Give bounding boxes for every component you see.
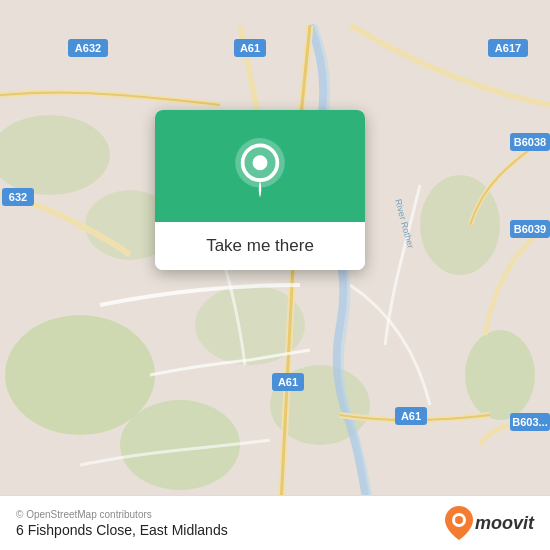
svg-text:A61: A61: [401, 410, 421, 422]
svg-text:B6039: B6039: [514, 223, 546, 235]
popup-card-bottom[interactable]: Take me there: [155, 222, 365, 270]
svg-text:A617: A617: [495, 42, 521, 54]
map-container: A632 A61 A617 B6038 B6039 632 A61 A61 B6…: [0, 0, 550, 550]
location-pin-icon: [234, 138, 286, 200]
svg-text:B6038: B6038: [514, 136, 546, 148]
popup-card: Take me there: [155, 110, 365, 270]
svg-point-5: [465, 330, 535, 420]
svg-rect-0: [0, 25, 550, 525]
moovit-logo: moovit: [445, 506, 534, 540]
svg-text:A61: A61: [278, 376, 298, 388]
take-me-there-button[interactable]: Take me there: [206, 236, 314, 256]
svg-text:B603...: B603...: [512, 416, 547, 428]
attribution-text: © OpenStreetMap contributors: [16, 509, 228, 520]
map-background: A632 A61 A617 B6038 B6039 632 A61 A61 B6…: [0, 0, 550, 550]
svg-point-31: [253, 155, 268, 170]
svg-point-33: [455, 516, 463, 524]
svg-text:A632: A632: [75, 42, 101, 54]
bottom-left: © OpenStreetMap contributors 6 Fishponds…: [16, 509, 228, 538]
address-text: 6 Fishponds Close, East Midlands: [16, 522, 228, 538]
svg-text:A61: A61: [240, 42, 260, 54]
popup-card-top: [155, 110, 365, 222]
svg-text:632: 632: [9, 191, 27, 203]
svg-point-1: [5, 315, 155, 435]
bottom-bar: © OpenStreetMap contributors 6 Fishponds…: [0, 495, 550, 550]
moovit-pin-icon: [445, 506, 473, 540]
moovit-brand-text: moovit: [475, 513, 534, 534]
